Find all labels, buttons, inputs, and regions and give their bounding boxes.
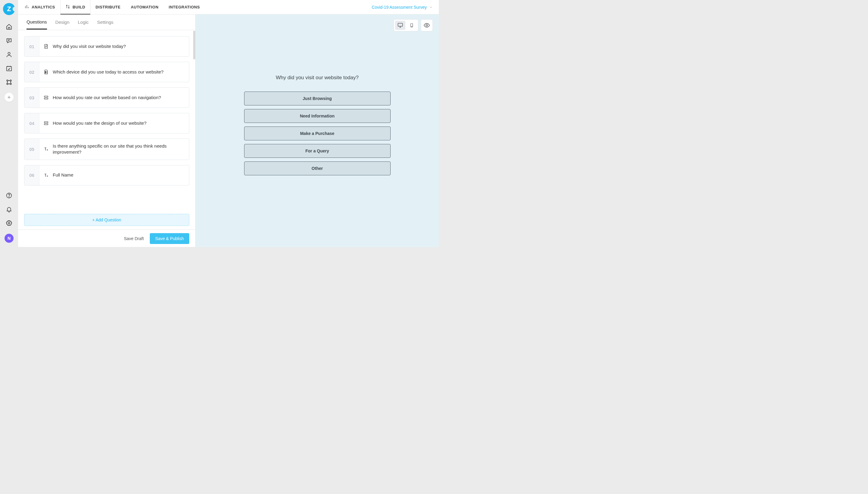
eye-icon [423,22,430,28]
nav-label: INTEGRATIONS [169,5,200,10]
subtab-bar: Questions Design Logic Settings [18,15,195,30]
svg-rect-15 [44,122,48,123]
save-publish-button[interactable]: Save & Publish [150,233,189,244]
svg-rect-14 [44,98,48,99]
nav-analytics[interactable]: ANALYTICS [24,0,60,14]
workflow-icon[interactable] [6,79,12,86]
survey-name-label: Covid-19 Assessment Survey [372,5,427,10]
text-input-icon [39,146,53,152]
question-text: How would you rate the design of our web… [53,116,189,130]
desktop-view-button[interactable] [395,21,405,30]
svg-point-2 [7,80,8,81]
subtab-questions[interactable]: Questions [26,15,47,30]
subtab-settings[interactable]: Settings [97,15,113,29]
svg-point-7 [9,197,9,197]
build-icon [66,4,70,10]
svg-point-3 [10,80,12,81]
nav-label: DISTRIBUTE [95,5,121,10]
question-card[interactable]: 02 Which device did you use today to acc… [24,62,189,82]
question-card[interactable]: 03 How would you rate our website based … [24,87,189,108]
scrollbar[interactable] [193,31,195,59]
svg-rect-16 [44,124,48,125]
question-number: 04 [24,113,39,133]
preview-option[interactable]: Make a Purchase [244,127,391,140]
subtab-logic[interactable]: Logic [78,15,89,29]
question-number: 01 [24,36,39,56]
preview-option[interactable]: Other [244,162,391,175]
preview-option[interactable]: Just Browsing [244,92,391,106]
bell-icon[interactable] [6,206,12,213]
question-card[interactable]: 06 Full Name [24,165,189,186]
svg-rect-12 [45,73,46,73]
help-icon[interactable] [6,192,12,199]
preview-option[interactable]: Need Information [244,109,391,123]
save-draft-button[interactable]: Save Draft [124,236,144,241]
add-button[interactable] [4,93,14,102]
question-card[interactable]: 04 How would you rate the design of our … [24,113,189,133]
svg-point-5 [10,83,12,84]
question-text: Which device did you use today to access… [53,65,189,79]
nav-build[interactable]: BUILD [60,0,90,15]
question-text: How would you rate our website based on … [53,90,189,105]
svg-rect-17 [398,23,403,26]
svg-point-20 [426,24,428,26]
question-number: 05 [24,139,39,160]
subtab-design[interactable]: Design [55,15,70,29]
mobile-icon [409,22,414,28]
question-card[interactable]: 05 Is there anything specific on our sit… [24,138,189,160]
nav-distribute[interactable]: DISTRIBUTE [90,0,126,14]
chevron-down-icon [429,5,433,9]
multichoice-icon [39,69,53,75]
list-icon [39,95,53,100]
brand-logo[interactable]: Z [3,3,15,15]
desktop-icon [397,22,403,28]
preview-eye-button[interactable] [421,19,433,31]
question-card[interactable]: 01 Why did you visit our website today? [24,36,189,57]
question-text: Why did you visit our website today? [53,39,189,54]
nav-label: AUTOMATION [131,5,159,10]
nav-label: BUILD [73,5,85,10]
home-icon[interactable] [6,23,12,30]
svg-point-19 [411,26,412,26]
mobile-view-button[interactable] [407,21,417,30]
gear-icon[interactable] [6,220,12,227]
left-rail: Z [0,0,18,247]
question-number: 03 [24,88,39,108]
question-number: 06 [24,165,39,185]
question-text: Is there anything specific on our site t… [53,139,189,160]
nav-automation[interactable]: AUTOMATION [126,0,164,14]
svg-point-9 [66,5,67,6]
add-question-button[interactable]: + Add Question [24,214,189,226]
user-icon[interactable] [6,51,12,58]
builder-panel: Questions Design Logic Settings 01 Why d… [18,15,196,247]
preview-panel: Why did you visit our website today? Jus… [196,15,439,247]
question-list: 01 Why did you visit our website today? … [18,30,195,214]
nav-integrations[interactable]: INTEGRATIONS [164,0,205,14]
survey-selector[interactable]: Covid-19 Assessment Survey [372,0,433,14]
builder-footer: Save Draft Save & Publish [18,230,195,247]
svg-point-10 [69,7,69,8]
preview-options: Just Browsing Need Information Make a Pu… [244,92,391,175]
device-toggle [394,19,418,31]
chat-icon[interactable] [6,37,12,44]
svg-point-8 [8,222,10,224]
user-avatar[interactable]: N [4,234,14,243]
top-nav: ANALYTICS BUILD DISTRIBUTE AUTOMATION IN… [18,0,439,15]
preview-option[interactable]: For a Query [244,144,391,158]
text-input-icon [39,173,53,178]
svg-rect-1 [7,66,12,71]
svg-point-0 [8,52,10,55]
page-icon [39,44,53,49]
question-text: Full Name [53,168,189,182]
svg-rect-13 [44,96,48,97]
svg-point-4 [7,83,8,84]
nav-label: ANALYTICS [32,5,55,10]
calendar-check-icon[interactable] [6,65,12,72]
preview-question-text: Why did you visit our website today? [276,75,359,81]
list-icon [39,120,53,126]
question-number: 02 [24,62,39,82]
analytics-icon [24,4,29,10]
svg-rect-11 [45,71,46,72]
